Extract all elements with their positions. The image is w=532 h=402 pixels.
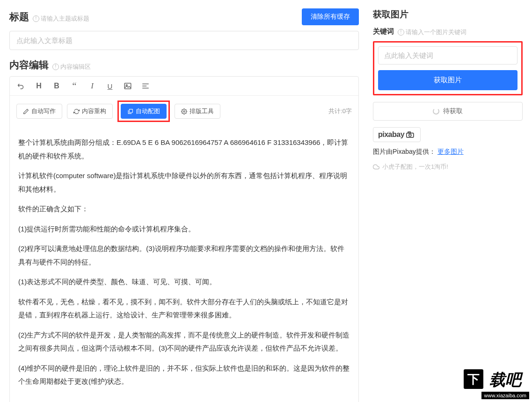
note-line: 小虎子配图，一次1淘币!	[373, 163, 523, 171]
content-section: 内容编辑 ! 内容编辑区 H B “ I U	[9, 58, 359, 402]
title-input[interactable]	[9, 31, 359, 50]
keyword-label: 关键词	[373, 27, 394, 36]
layout-tool-button[interactable]: 排版工具	[175, 104, 220, 119]
bold-icon[interactable]: B	[52, 81, 61, 91]
paragraph: 整个计算机系统由两部分组成：E.69DA 5 E 6 BA 9062616964…	[18, 136, 350, 163]
pencil-icon	[23, 108, 29, 115]
restructure-button[interactable]: 内容重构	[67, 104, 113, 119]
align-left-icon[interactable]	[141, 81, 150, 91]
keyword-hint: ! 请输入一个图片关键词	[398, 28, 466, 36]
content-label: 内容编辑	[9, 58, 49, 72]
watermark-url: www.xiazaiba.com	[481, 392, 529, 399]
underline-icon[interactable]: U	[105, 81, 115, 91]
format-toolbar: H B “ I U	[10, 77, 358, 96]
watermark: 下 载吧 www.xiazaiba.com	[464, 368, 529, 399]
cloud-icon	[373, 164, 379, 170]
info-icon: !	[52, 64, 59, 70]
svg-text:载吧: 载吧	[489, 371, 523, 388]
svg-rect-9	[408, 132, 410, 133]
paragraph: (1)表达形式不同的硬件类型、颜色、味道、可见、可摸、可闻。	[18, 275, 350, 289]
italic-icon[interactable]: I	[87, 81, 97, 91]
fetch-image-button[interactable]: 获取图片	[378, 70, 517, 90]
paragraph: (2)生产方式不同的软件是开发，是人类智能的高发挥，而不是传统意义上的硬件制造。…	[18, 329, 350, 355]
svg-point-8	[409, 134, 411, 136]
svg-point-6	[183, 110, 185, 112]
auto-image-button[interactable]: 自动配图	[121, 104, 167, 119]
refresh-icon	[73, 108, 80, 115]
watermark-logo: 下 载吧	[464, 368, 529, 390]
svg-text:下: 下	[467, 373, 480, 386]
settings-icon	[181, 108, 187, 115]
credit-line: 图片由Pixabay提供： 更多图片	[373, 148, 523, 156]
paragraph: 软件看不见，无色，枯燥，看不见，摸不到，闻不到。软件大部分存在于人们的头脑或纸上…	[18, 295, 350, 322]
spinner-icon	[433, 108, 439, 115]
paragraph: (1)提供运行时所需功能和性能的命令或计算机程序集合。	[18, 223, 350, 236]
keyword-input[interactable]	[378, 46, 517, 65]
info-icon: !	[33, 15, 39, 22]
paragraph: (2)程序可以满意地处理信息的数据结构。(3)说明程序功能要求和程序需要的文档的…	[18, 242, 350, 269]
keyword-highlight-panel: 获取图片	[373, 41, 523, 95]
word-count: 共计:0字	[328, 107, 352, 115]
action-row: 自动写作 内容重构 自动配图	[10, 96, 358, 128]
title-hint: ! 请输入主题或标题	[33, 14, 89, 23]
main-panel: 标题 ! 请输入主题或标题 清除所有缓存 内容编辑 ! 内容编辑区	[0, 0, 368, 402]
paragraph: (4)维护不同的硬件是旧的，理论上软件是旧的，并不坏，但实际上软件也是旧的和坏的…	[18, 362, 350, 388]
paragraph: 计算机软件(computer software)是指计算机系统中除硬件以外的所有…	[18, 169, 350, 196]
pending-status: 待获取	[373, 102, 523, 121]
image-icon[interactable]	[123, 81, 132, 91]
title-label: 标题	[9, 10, 29, 23]
clear-cache-button[interactable]: 清除所有缓存	[302, 8, 359, 25]
more-images-link[interactable]: 更多图片	[437, 148, 464, 155]
undo-icon[interactable]	[16, 81, 26, 91]
auto-image-highlight: 自动配图	[117, 100, 170, 122]
paragraph: 软件的正确含义如下：	[18, 202, 350, 216]
svg-rect-0	[124, 83, 131, 89]
content-hint: ! 内容编辑区	[52, 63, 91, 71]
side-title: 获取图片	[373, 8, 523, 21]
info-icon: !	[398, 29, 404, 36]
camera-icon	[406, 131, 415, 138]
title-section: 标题 ! 请输入主题或标题 清除所有缓存	[9, 8, 359, 50]
quote-icon[interactable]: “	[70, 81, 79, 91]
svg-rect-5	[129, 109, 132, 112]
editor-card: H B “ I U	[9, 76, 359, 402]
pixabay-badge: pixabay	[373, 127, 421, 142]
side-panel: 获取图片 关键词 ! 请输入一个图片关键词 获取图片 待获取 pixabay	[368, 0, 532, 402]
heading-icon[interactable]: H	[34, 81, 44, 91]
layers-icon	[127, 108, 133, 115]
auto-write-button[interactable]: 自动写作	[16, 104, 62, 119]
editor-body[interactable]: 整个计算机系统由两部分组成：E.69DA 5 E 6 BA 9062616964…	[10, 128, 358, 402]
